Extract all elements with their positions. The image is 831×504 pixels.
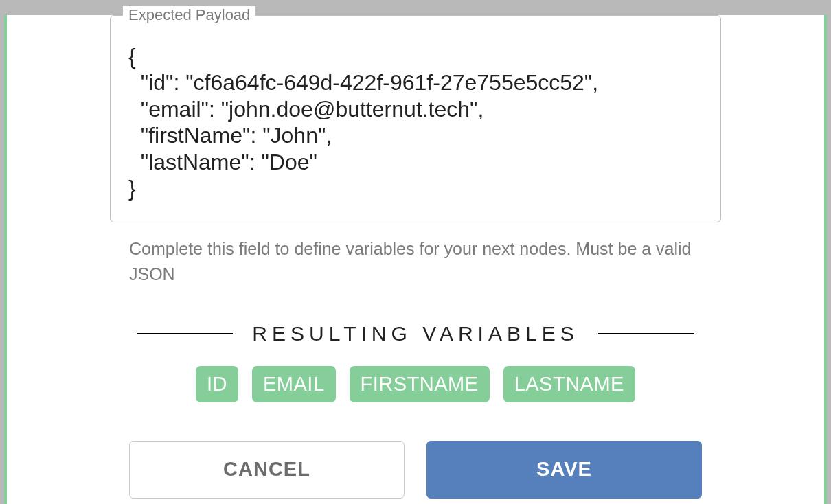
variable-chip-lastname[interactable]: LASTNAME <box>503 366 635 402</box>
resulting-variables-heading: RESULTING VARIABLES <box>252 322 578 345</box>
resulting-variables-divider: RESULTING VARIABLES <box>110 322 721 345</box>
save-button[interactable]: SAVE <box>426 441 702 499</box>
modal-button-row: CANCEL SAVE <box>110 441 721 499</box>
expected-payload-legend: Expected Payload <box>123 6 255 24</box>
variable-chip-id[interactable]: ID <box>196 366 238 402</box>
variable-chip-email[interactable]: EMAIL <box>252 366 336 402</box>
payload-modal: Expected Payload { "id": "cf6a64fc-649d-… <box>4 15 827 504</box>
cancel-button[interactable]: CANCEL <box>129 441 405 499</box>
variable-chip-firstname[interactable]: FIRSTNAME <box>350 366 490 402</box>
modal-backdrop: Expected Payload { "id": "cf6a64fc-649d-… <box>0 0 831 504</box>
divider-line-left <box>137 333 233 334</box>
expected-payload-value[interactable]: { "id": "cf6a64fc-649d-422f-961f-27e755e… <box>128 43 703 201</box>
expected-payload-helper: Complete this field to define variables … <box>129 236 702 286</box>
resulting-variables-chips: ID EMAIL FIRSTNAME LASTNAME <box>110 366 721 402</box>
divider-line-right <box>598 333 694 334</box>
expected-payload-field[interactable]: Expected Payload { "id": "cf6a64fc-649d-… <box>110 15 721 222</box>
